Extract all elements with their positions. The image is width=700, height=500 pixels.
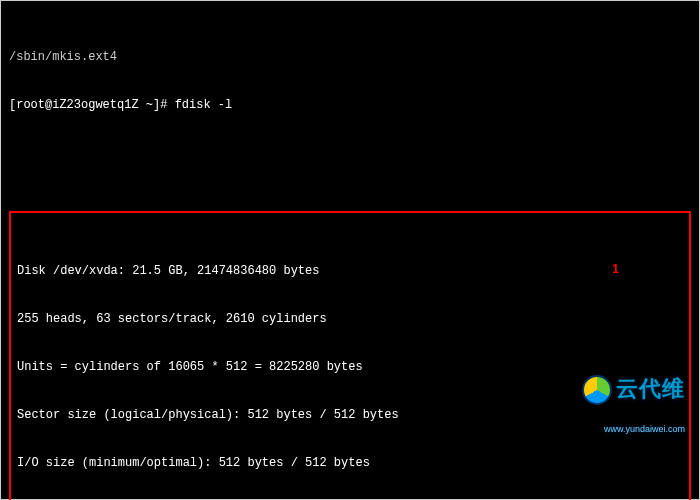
output-line: 255 heads, 63 sectors/track, 2610 cylind…	[17, 311, 683, 327]
blank-line	[1, 145, 699, 161]
logo-text: 云代维	[616, 376, 685, 401]
history-line: /sbin/mkis.ext4	[1, 49, 699, 65]
annotation-1: 1	[612, 261, 619, 277]
command-line: [root@iZ23ogwetq1Z ~]# fdisk -l	[1, 97, 699, 113]
output-line: Disk /dev/xvda: 21.5 GB, 21474836480 byt…	[17, 263, 683, 279]
terminal-window[interactable]: /sbin/mkis.ext4 [root@iZ23ogwetq1Z ~]# f…	[0, 0, 700, 500]
watermark-logo: 云代维 www.yundaiwei.com	[554, 359, 685, 469]
logo-subtext: www.yundaiwei.com	[554, 421, 685, 437]
logo-swirl-icon	[582, 375, 612, 405]
